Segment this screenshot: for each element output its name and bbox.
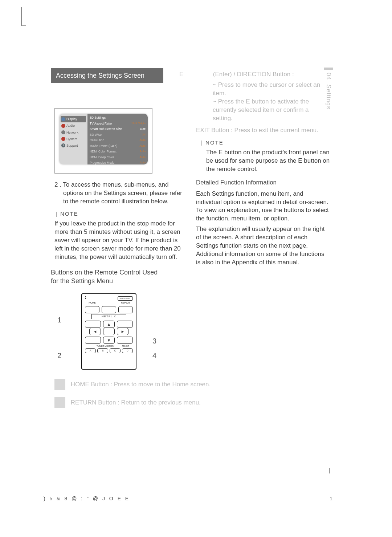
nav-system: System <box>61 136 86 142</box>
callout-box-icon <box>54 379 65 390</box>
netflix-button: NETFLIX <box>91 314 126 320</box>
footer: ) 5 & 8 @ ; " @ J O E E 1 <box>44 495 334 502</box>
note-body-left: If you leave the product in the stop mod… <box>54 220 185 261</box>
callout-4: 4 <box>152 351 156 361</box>
tuner-label: TUNER MEMORY <box>97 345 114 347</box>
home-label: HOME <box>85 301 99 305</box>
remote-sub-heading: Buttons on the Remote Control Used for t… <box>51 268 167 288</box>
btn-a: A <box>85 348 96 353</box>
left-column: Accessing the Settings Screen Display Au… <box>51 68 185 381</box>
footer-mark: | <box>329 467 330 475</box>
settings-nav: Display Audio Network System ?Support <box>59 114 87 164</box>
settings-screen-illustration: Display Audio Network System ?Support 3D… <box>54 108 152 174</box>
callout-box-icon <box>54 397 65 408</box>
page-binding-mark <box>21 7 26 26</box>
nav-display: Display <box>61 116 86 122</box>
remote-illustration: 1 2 3 4 S/W LEVEL HOME REPEAT NETFLIX ▲ … <box>51 293 174 381</box>
right-arrow-icon: ► <box>117 328 128 335</box>
dfi-para-1: Each Settings function, menu item, and i… <box>196 190 330 223</box>
callout-2: 2 <box>57 351 61 361</box>
left-arrow-icon: ◄ <box>89 328 101 335</box>
exit-button-block: EXIT Button : Press to exit the current … <box>213 126 330 135</box>
callout-1: 1 <box>57 315 61 325</box>
nav-audio: Audio <box>61 122 86 129</box>
callout-3: 3 <box>152 336 156 346</box>
right-column: E (Enter) / DIRECTION Button : ~ Press t… <box>196 68 330 269</box>
footer-left: ) 5 & 8 @ ; " @ J O E E <box>44 495 130 502</box>
nav-network: Network <box>61 129 86 136</box>
btn-b: B <box>97 348 108 353</box>
moist-label: MO/ST <box>122 345 129 347</box>
up-arrow-icon: ▲ <box>103 321 115 328</box>
nav-support: ?Support <box>61 142 86 149</box>
settings-list: 3D Settings TV Aspect Ratio16:9 Origin S… <box>87 114 148 164</box>
down-arrow-icon: ▼ <box>103 337 115 344</box>
sw-level-label: S/W LEVEL <box>118 296 133 301</box>
note-label-right: NOTE <box>201 139 330 146</box>
enter-line-1: ~ Press to move the cursor or select an … <box>213 81 330 98</box>
enter-button-block: E (Enter) / DIRECTION Button : <box>196 70 330 79</box>
footer-right: 1 <box>330 495 334 502</box>
note-label-left: NOTE <box>56 210 185 217</box>
btn-c: C <box>110 348 121 353</box>
note-body-right: The E button on the product's front pane… <box>206 149 330 174</box>
btn-d: D <box>122 348 133 353</box>
dfi-para-2: The explanation will usually appear on t… <box>196 225 330 267</box>
home-button-explain: HOME Button : Press to move to the Home … <box>54 379 316 390</box>
enter-line-2: ~ Press the E button to activate the cur… <box>213 98 330 123</box>
dfi-heading: Detailed Function Information <box>196 179 330 187</box>
repeat-label: REPEAT <box>118 301 133 305</box>
step-2-text: 2 . To access the menus, sub-menus, and … <box>54 181 185 206</box>
section-title: Accessing the Settings Screen <box>51 68 163 83</box>
return-button-explain: RETURN Button : Return to the previous m… <box>54 397 316 408</box>
